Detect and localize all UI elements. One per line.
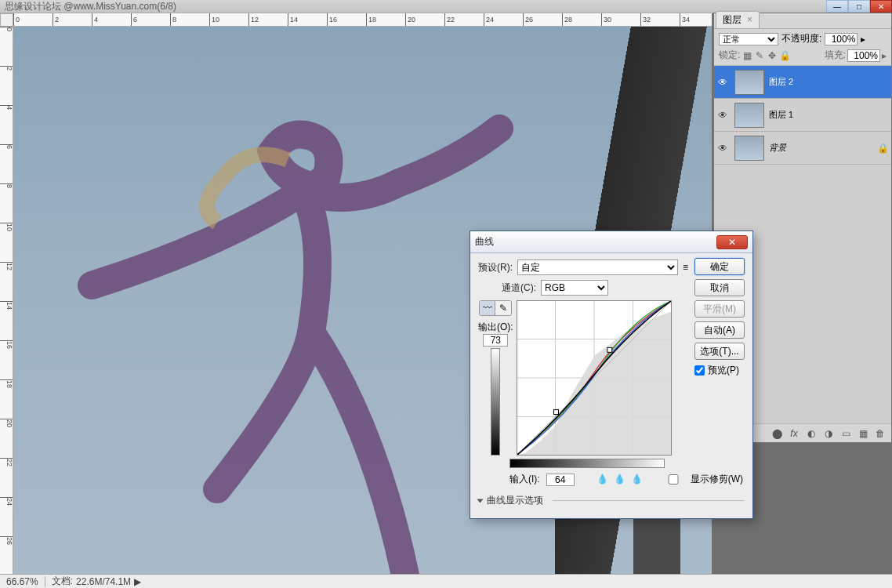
doc-arrow-icon[interactable]: ▶ xyxy=(134,576,141,587)
auto-button[interactable]: 自动(A) xyxy=(694,321,745,339)
visibility-icon[interactable]: 👁 xyxy=(716,143,730,154)
lock-image-icon[interactable]: ✎ xyxy=(754,50,765,61)
preview-check-input[interactable] xyxy=(694,365,705,376)
channel-select[interactable]: RGB xyxy=(541,280,608,296)
adjustment-icon[interactable]: ◑ xyxy=(822,427,835,440)
options-button[interactable]: 选项(T)... xyxy=(694,343,745,360)
dialog-title-bar[interactable]: 曲线 ✕ xyxy=(470,231,752,253)
output-gradient xyxy=(491,348,500,456)
input-gradient xyxy=(509,459,665,468)
chevron-down-icon xyxy=(477,499,484,503)
white-eyedropper-icon[interactable]: 💧 xyxy=(631,474,644,486)
panel-tab-bar: 图层 × xyxy=(714,13,891,29)
curve-tool-toggle[interactable]: 〰 ✎ xyxy=(479,300,512,316)
fill-arrow-icon[interactable]: ▸ xyxy=(882,50,887,61)
layer-thumbnail[interactable] xyxy=(734,136,764,161)
preset-menu-icon[interactable]: ≡ xyxy=(683,262,688,273)
lock-transparent-icon[interactable]: ▦ xyxy=(742,50,752,61)
show-clipping-checkbox[interactable]: 显示修剪(W) xyxy=(659,473,743,486)
layer-thumbnail[interactable] xyxy=(734,70,764,95)
curve-pencil-tool-icon[interactable]: ✎ xyxy=(495,301,511,315)
ruler-corner[interactable] xyxy=(0,13,13,27)
preview-checkbox[interactable]: 预览(P) xyxy=(694,364,745,377)
show-clipping-input[interactable] xyxy=(659,474,687,485)
cancel-button[interactable]: 取消 xyxy=(694,279,745,296)
gray-eyedropper-icon[interactable]: 💧 xyxy=(614,474,626,486)
output-input[interactable] xyxy=(483,334,508,347)
curve-graph[interactable] xyxy=(517,300,672,456)
tab-layers[interactable]: 图层 × xyxy=(716,11,760,28)
svg-rect-7 xyxy=(553,410,558,415)
visibility-icon[interactable]: 👁 xyxy=(716,77,730,88)
folder-icon[interactable]: ▭ xyxy=(839,427,852,440)
curve-display-options[interactable]: 曲线显示选项 xyxy=(478,494,745,507)
close-button[interactable]: ✕ xyxy=(870,0,892,13)
status-bar: 66.67% 文档: 22.6M/74.1M ▶ xyxy=(0,574,892,588)
dialog-button-column: 确定 取消 平滑(M) 自动(A) 选项(T)... 预览(P) xyxy=(694,258,745,377)
dialog-title: 曲线 xyxy=(475,235,494,249)
output-label: 输出(O): xyxy=(478,321,513,347)
preset-select[interactable]: 自定 xyxy=(517,260,678,275)
layer-row[interactable]: 👁 图层 1 xyxy=(714,99,891,132)
lock-icon: 🔒 xyxy=(876,143,890,154)
link-layers-icon[interactable]: ⬤ xyxy=(771,427,783,440)
curve-point-tool-icon[interactable]: 〰 xyxy=(480,301,495,315)
channel-label: 通道(C): xyxy=(502,281,536,295)
minimize-button[interactable]: — xyxy=(826,0,848,13)
opacity-input[interactable] xyxy=(825,33,858,45)
layer-blend-row: 正常 不透明度: ▸ 锁定: ▦ ✎ ✥ 🔒 填充: ▸ xyxy=(714,29,891,66)
ruler-vertical[interactable]: 02468101214161820222426 xyxy=(0,27,13,574)
new-layer-icon[interactable]: ▦ xyxy=(857,427,869,440)
mask-icon[interactable]: ◐ xyxy=(805,427,818,440)
layer-name[interactable]: 图层 2 xyxy=(769,76,890,88)
layer-thumbnail[interactable] xyxy=(734,103,764,128)
document-size[interactable]: 文档: 22.6M/74.1M ▶ xyxy=(45,575,147,588)
fill-input[interactable] xyxy=(847,49,880,62)
fill-label: 填充: xyxy=(825,49,846,62)
fx-icon[interactable]: fx xyxy=(788,427,800,440)
tab-label: 图层 xyxy=(723,14,742,25)
lock-all-icon[interactable]: 🔒 xyxy=(779,50,790,61)
zoom-level[interactable]: 66.67% xyxy=(0,576,45,587)
title-text: 思缘设计论坛 @www.MissYuan.com(6/8) xyxy=(5,0,176,13)
doc-label: 文档: xyxy=(52,575,73,588)
input-input[interactable] xyxy=(546,474,575,486)
dialog-close-button[interactable]: ✕ xyxy=(716,235,748,249)
layer-name[interactable]: 图层 1 xyxy=(769,109,890,121)
maximize-button[interactable]: □ xyxy=(848,0,870,13)
doc-value: 22.6M/74.1M xyxy=(76,576,131,587)
layer-row[interactable]: 👁 背景 🔒 xyxy=(714,132,891,165)
lock-label: 锁定: xyxy=(719,49,740,62)
layer-name[interactable]: 背景 xyxy=(769,142,876,154)
svg-rect-8 xyxy=(607,347,612,352)
curves-dialog: 曲线 ✕ 确定 取消 平滑(M) 自动(A) 选项(T)... 预览(P) 预设… xyxy=(470,230,753,519)
window-controls: — □ ✕ xyxy=(826,0,892,13)
opacity-label: 不透明度: xyxy=(781,32,821,45)
smooth-button: 平滑(M) xyxy=(694,300,745,318)
black-eyedropper-icon[interactable]: 💧 xyxy=(596,474,609,486)
blend-mode-select[interactable]: 正常 xyxy=(719,33,778,45)
ok-button[interactable]: 确定 xyxy=(694,258,745,275)
visibility-icon[interactable]: 👁 xyxy=(716,110,730,121)
opacity-arrow-icon[interactable]: ▸ xyxy=(861,34,865,45)
layer-row[interactable]: 👁 图层 2 xyxy=(714,66,891,99)
ruler-horizontal[interactable]: 0246810121416182022242628303234 xyxy=(13,13,712,27)
input-label: 输入(I): xyxy=(509,473,540,486)
preset-label: 预设(R): xyxy=(478,261,513,274)
lock-position-icon[interactable]: ✥ xyxy=(767,50,778,61)
tab-close-icon[interactable]: × xyxy=(747,14,752,25)
trash-icon[interactable]: 🗑 xyxy=(874,427,887,440)
